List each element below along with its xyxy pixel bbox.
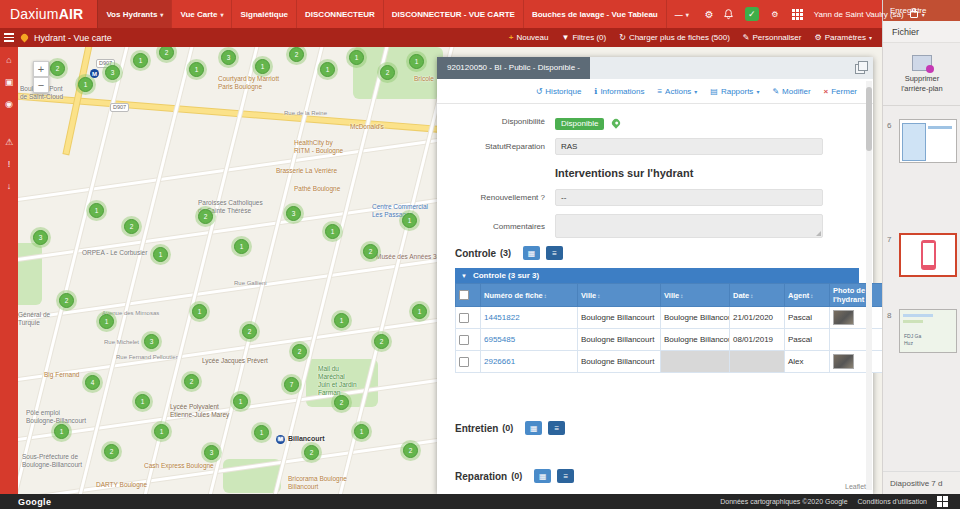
cluster-marker[interactable]: 1 (130, 50, 151, 71)
record-link[interactable]: 6955485 (484, 335, 515, 344)
cluster-marker[interactable]: 1 (186, 59, 207, 80)
cluster-marker[interactable]: 1 (322, 221, 343, 242)
alert-icon[interactable]: ! (8, 160, 11, 169)
location-icon[interactable]: ◉ (5, 100, 13, 109)
green-app-icon[interactable]: ✓ (745, 7, 759, 21)
cluster-marker[interactable]: 3 (283, 203, 304, 224)
nav-item-vos-hydrants[interactable]: Vos Hydrants▾ (97, 0, 171, 28)
cluster-marker[interactable]: 1 (399, 210, 420, 231)
home-icon[interactable]: ⌂ (6, 56, 11, 65)
cluster-marker[interactable]: 1 (189, 301, 210, 322)
download-icon[interactable]: ↓ (7, 182, 12, 191)
cluster-marker[interactable]: 1 (150, 244, 171, 265)
cluster-marker[interactable]: 1 (51, 421, 72, 442)
cluster-marker[interactable]: 2 (101, 441, 122, 462)
table-view-toggle[interactable]: ▦ (534, 469, 551, 483)
slide-thumbnail-7[interactable] (899, 233, 957, 277)
list-view-toggle[interactable]: ≡ (546, 246, 563, 260)
cluster-marker[interactable]: 4 (82, 372, 103, 393)
cluster-marker[interactable]: 7 (281, 374, 302, 395)
nav-item-signal-tique[interactable]: Signalétique (231, 0, 296, 28)
panel-action-fermer[interactable]: ×Fermer (824, 87, 857, 96)
toolbar-action-personnaliser[interactable]: ✎Personnaliser (743, 33, 802, 42)
bell-icon[interactable] (722, 7, 736, 21)
record-tab[interactable]: 920120050 - BI - Public - Disponible - (437, 57, 590, 79)
app-logo[interactable]: DaxiumAIR (0, 6, 97, 22)
list-view-toggle[interactable]: ≡ (557, 469, 574, 483)
nav-gear-icon[interactable]: ⚙ (697, 9, 722, 20)
user-menu[interactable]: Yann de Saint Vaulry (sa) ▾ (814, 10, 925, 19)
cluster-marker[interactable]: 2 (195, 206, 216, 227)
cluster-marker[interactable]: 2 (286, 47, 307, 65)
cluster-marker[interactable]: 2 (289, 341, 310, 362)
cluster-marker[interactable]: 3 (30, 227, 51, 248)
select-all-checkbox[interactable] (459, 290, 469, 300)
comment-textarea[interactable] (555, 214, 823, 238)
text-input[interactable]: RAS (555, 138, 823, 155)
cluster-marker[interactable]: 2 (56, 290, 77, 311)
cluster-marker[interactable]: 1 (96, 311, 117, 332)
cluster-marker[interactable]: 3 (201, 442, 222, 463)
nav-item-disconnecteur-vue-carte[interactable]: DISCONNECTEUR - VUE CARTE (383, 0, 523, 28)
cluster-marker[interactable]: 1 (251, 422, 272, 443)
toolbar-action-filtres-0[interactable]: ▼Filtres (0) (561, 33, 606, 42)
column-header-date[interactable]: Date↕ (730, 284, 785, 307)
cluster-marker[interactable]: 1 (331, 310, 352, 331)
cluster-marker[interactable]: 1 (132, 391, 153, 412)
panel-scrollbar[interactable] (866, 81, 872, 490)
hamburger-menu-icon[interactable] (4, 33, 14, 42)
ppt-file-tab[interactable]: Fichier (883, 21, 960, 43)
column-header-num-ro-de-fiche[interactable]: Numéro de fiche↕ (481, 284, 578, 307)
apps-grid-icon[interactable] (791, 7, 805, 21)
column-header-ville[interactable]: Ville↕ (661, 284, 730, 307)
toolbar-action-charger-plus-de-fiches-500[interactable]: ↻Charger plus de fiches (500) (619, 33, 730, 42)
cluster-marker[interactable]: 2 (371, 331, 392, 352)
nav-item-bouches-de-lavage-vue-tableau[interactable]: Bouches de lavage - Vue Tableau (523, 0, 666, 28)
nav-item-disconnecteur[interactable]: DISCONNECTEUR (296, 0, 383, 28)
cluster-marker[interactable]: 1 (151, 421, 172, 442)
column-header-ville[interactable]: Ville↕ (578, 284, 661, 307)
cluster-marker[interactable]: 2 (331, 392, 352, 413)
cluster-marker[interactable]: 2 (301, 442, 322, 463)
cluster-marker[interactable]: 1 (230, 391, 251, 412)
cluster-marker[interactable]: 1 (231, 236, 252, 257)
cluster-marker[interactable]: 2 (400, 440, 421, 461)
leaflet-attribution[interactable]: Leaflet (845, 483, 866, 490)
column-header-photo-de-l-hydrant[interactable]: Photo de l'hydrant↕ (830, 284, 885, 307)
table-view-toggle[interactable]: ▦ (523, 246, 540, 260)
panel-action-modifier[interactable]: ✎Modifier (772, 87, 810, 96)
windows-start-button[interactable] (937, 496, 948, 507)
zoom-in-button[interactable]: + (33, 61, 49, 77)
panel-scrollbar-thumb[interactable] (866, 87, 872, 151)
cluster-marker[interactable]: 1 (406, 51, 427, 72)
cluster-marker[interactable]: 3 (102, 62, 123, 83)
warning-icon[interactable]: ⚠ (5, 138, 13, 147)
terms-link[interactable]: Conditions d'utilisation (858, 498, 927, 505)
row-checkbox[interactable] (459, 335, 469, 345)
nav-item-item[interactable]: —▾ (666, 0, 697, 28)
toolbar-action-nouveau[interactable]: +Nouveau (509, 33, 549, 42)
cluster-marker[interactable]: 2 (239, 321, 260, 342)
record-link[interactable]: 14451822 (484, 313, 520, 322)
hydrant-photo-thumbnail[interactable] (833, 354, 854, 369)
row-checkbox[interactable] (459, 313, 469, 323)
cluster-marker[interactable]: 1 (409, 301, 430, 322)
column-header-agent[interactable]: Agent↕ (785, 284, 830, 307)
cluster-marker[interactable]: 2 (181, 371, 202, 392)
record-link[interactable]: 2926661 (484, 357, 515, 366)
cluster-marker[interactable]: 2 (156, 47, 177, 63)
ppt-remove-background-button[interactable]: Supprimer l'arrière-plan (883, 43, 960, 106)
panel-action-actions[interactable]: ≡Actions▾ (657, 87, 697, 96)
slide-thumbnail-8[interactable]: FDJ GaHuz (899, 309, 957, 353)
toolbar-action-param-tres[interactable]: ⚙Paramètres▾ (814, 33, 872, 42)
table-view-toggle[interactable]: ▦ (525, 421, 542, 435)
cluster-marker[interactable]: 2 (377, 62, 398, 83)
nav-item-vue-carte[interactable]: Vue Carte▾ (171, 0, 231, 28)
panel-action-informations[interactable]: ℹInformations (594, 87, 644, 96)
documents-icon[interactable]: ▣ (5, 78, 14, 87)
row-checkbox[interactable] (459, 357, 469, 367)
cluster-marker[interactable]: 1 (252, 56, 273, 77)
cluster-marker[interactable]: 1 (351, 421, 372, 442)
text-input[interactable]: -- (555, 189, 823, 206)
layers-icon[interactable] (855, 61, 867, 73)
